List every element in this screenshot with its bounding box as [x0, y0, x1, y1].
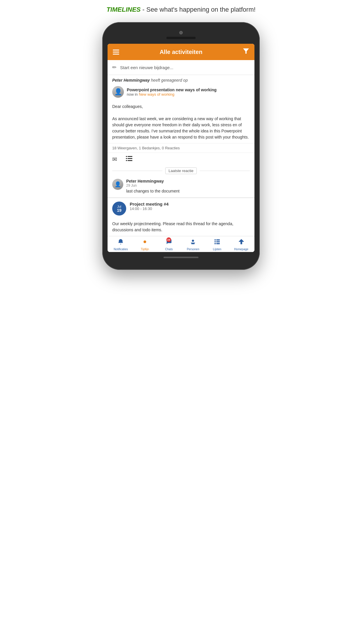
nav-label-lijsten: Lijsten: [213, 248, 222, 251]
brand-name: TIMELINES: [106, 6, 140, 13]
event-info: Project meeting #4 14:00 - 16:30: [130, 202, 168, 216]
svg-rect-11: [215, 239, 216, 241]
svg-rect-6: [128, 160, 132, 161]
svg-rect-14: [216, 241, 220, 242]
post-location: now in New ways of working: [127, 92, 217, 97]
persons-icon: [190, 239, 196, 247]
post-reference[interactable]: 👤 Powerpoint presentation new ways of wo…: [108, 84, 254, 101]
chat-badge: 24: [166, 237, 171, 242]
nav-item-notificaties[interactable]: Notificaties: [113, 239, 128, 251]
nav-item-tijdlijn[interactable]: Tijdlijn: [138, 239, 152, 251]
bottom-navigation: Notificaties Tijdlijn: [108, 236, 254, 252]
reply-content: Peter Hemmingway 29 Jun last changes to …: [126, 179, 180, 193]
event-date-badge: Jul 19: [112, 202, 126, 216]
nav-label-homepage: Homepage: [234, 248, 248, 251]
svg-rect-1: [126, 156, 127, 157]
home-icon: [238, 239, 245, 247]
post-title: Powerpoint presentation new ways of work…: [127, 88, 217, 92]
svg-point-8: [192, 240, 194, 242]
svg-rect-9: [191, 243, 195, 243]
svg-rect-10: [191, 243, 195, 244]
new-post-placeholder: Start een nieuwe bijdrage...: [120, 65, 173, 70]
post-actions: ✉: [108, 153, 254, 166]
activity-section: Peter Hemmingway heeft gereageerd op 👤 P…: [108, 75, 254, 198]
phone-bottom-bar: [108, 257, 254, 258]
event-title: Project meeting #4: [130, 202, 168, 206]
latest-reaction-divider: Laatste reactie: [108, 166, 254, 176]
svg-rect-12: [216, 239, 220, 241]
nav-label-tijdlijn: Tijdlijn: [141, 248, 149, 251]
reply-date: 29 Jun: [126, 183, 180, 188]
svg-rect-17: [240, 242, 242, 244]
event-time: 14:00 - 16:30: [130, 206, 168, 211]
reply-author-avatar: 👤: [112, 179, 123, 190]
svg-rect-13: [215, 241, 216, 242]
post-body: Dear colleagues, As announced last week,…: [108, 101, 254, 143]
activity-header: Peter Hemmingway heeft gereageerd op: [108, 75, 254, 84]
activity-author: Peter Hemmingway: [112, 78, 150, 83]
event-day-num: 19: [117, 208, 122, 212]
pencil-icon: ✏: [112, 64, 117, 71]
list-action-button[interactable]: [126, 156, 132, 163]
svg-rect-3: [126, 158, 127, 159]
email-action-button[interactable]: ✉: [112, 156, 117, 163]
tijdlijn-icon: [142, 239, 148, 247]
channel-link[interactable]: New ways of working: [139, 92, 174, 97]
svg-rect-16: [216, 243, 220, 244]
nav-item-personen[interactable]: Personen: [186, 239, 200, 251]
phone-frame: Alle activiteiten ✏ Start een nieuwe bij…: [102, 22, 260, 270]
last-reply: 👤 Peter Hemmingway 29 Jun last changes t…: [108, 176, 254, 197]
bell-icon: [117, 239, 124, 247]
phone-home-indicator: [164, 257, 198, 258]
svg-rect-5: [126, 160, 127, 161]
phone-screen: Alle activiteiten ✏ Start een nieuwe bij…: [108, 44, 254, 252]
nav-label-chats: Chats: [165, 248, 173, 251]
nav-label-notificaties: Notificaties: [114, 248, 128, 251]
app-content: ✏ Start een nieuwe bijdrage... Peter Hem…: [108, 60, 254, 252]
nav-item-homepage[interactable]: Homepage: [234, 239, 249, 251]
phone-speaker: [166, 37, 196, 39]
svg-marker-0: [243, 48, 249, 54]
nav-item-chats[interactable]: 24 Chats: [162, 239, 176, 251]
svg-point-7: [143, 240, 146, 243]
new-post-bar[interactable]: ✏ Start een nieuwe bijdrage...: [108, 60, 254, 75]
svg-rect-4: [128, 158, 132, 159]
event-body: Our weekly projectmeeting. Please read t…: [108, 219, 254, 236]
post-author-avatar: 👤: [112, 86, 124, 98]
nav-item-lijsten[interactable]: Lijsten: [210, 239, 224, 251]
page-heading: TIMELINES - See what's happening on the …: [106, 6, 256, 13]
post-ref-info: Powerpoint presentation new ways of work…: [127, 88, 217, 97]
activity-verb: heeft gereageerd op: [151, 78, 188, 83]
post-stats: 18 Weergaven, 1 Bedankjes, 0 Reacties: [108, 143, 254, 153]
event-card[interactable]: Jul 19 Project meeting #4 14:00 - 16:30: [108, 198, 254, 219]
svg-rect-15: [215, 243, 216, 244]
filter-button[interactable]: [243, 48, 249, 56]
svg-rect-2: [128, 156, 132, 157]
app-header: Alle activiteiten: [108, 44, 254, 60]
phone-top-bar: [108, 31, 254, 39]
nav-label-personen: Personen: [187, 248, 199, 251]
divider-label: Laatste reactie: [165, 167, 196, 174]
reply-author-name: Peter Hemmingway: [126, 179, 180, 183]
header-title: Alle activiteiten: [160, 49, 203, 55]
menu-button[interactable]: [113, 50, 119, 55]
reply-text: last changes to the document: [126, 189, 180, 193]
phone-camera: [179, 31, 183, 34]
lists-icon: [214, 239, 220, 247]
